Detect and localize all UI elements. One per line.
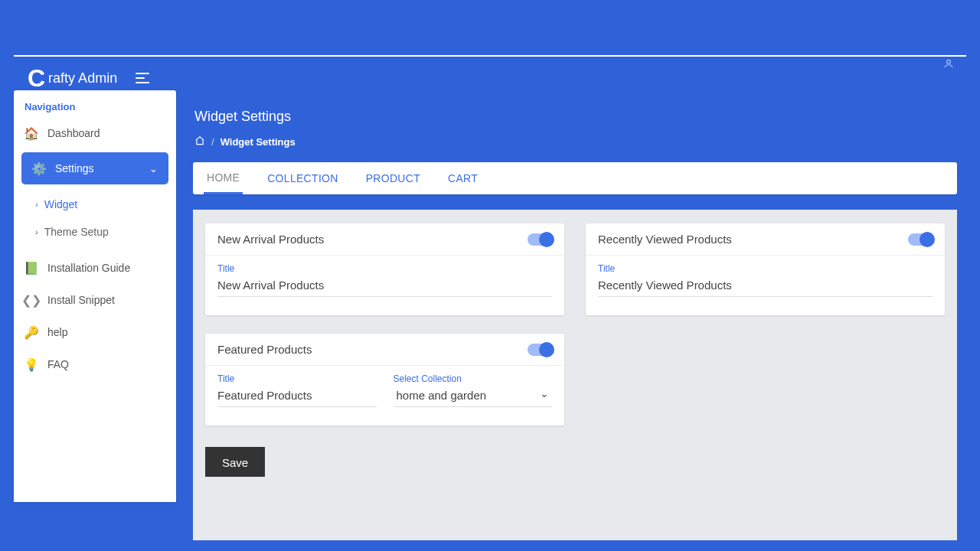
chevron-right-icon: › <box>35 227 38 236</box>
breadcrumb-separator: / <box>211 136 214 148</box>
card-title: New Arrival Products <box>217 233 324 246</box>
menu-toggle-icon[interactable] <box>136 70 152 86</box>
sidebar-item-label: help <box>47 326 67 338</box>
card-title: Featured Products <box>217 343 312 356</box>
field-label: Title <box>598 263 933 274</box>
chevron-down-icon: ⌄ <box>149 163 158 174</box>
spacer <box>586 334 945 425</box>
bulb-icon: 💡 <box>24 357 38 371</box>
svg-point-0 <box>947 60 951 64</box>
content-area: New Arrival Products Title Recently View… <box>193 210 957 540</box>
tab-collection[interactable]: COLLECTION <box>264 162 341 194</box>
sidebar-item-install-snippet[interactable]: ❮❯ Install Snippet <box>14 284 176 316</box>
home-icon: 🏠 <box>24 126 38 140</box>
sidebar-item-label: Installation Guide <box>47 262 130 274</box>
card-title: Recently Viewed Products <box>598 233 732 246</box>
home-icon[interactable] <box>194 135 205 148</box>
sidebar-item-label: Settings <box>55 162 94 174</box>
tab-cart[interactable]: CART <box>445 162 481 194</box>
gear-icon: ⚙️ <box>32 161 46 175</box>
sidebar-item-faq[interactable]: 💡 FAQ <box>14 348 176 380</box>
page-title: Widget Settings <box>194 109 957 125</box>
sidebar-item-label: FAQ <box>47 358 69 370</box>
card-new-arrival: New Arrival Products Title <box>205 223 564 315</box>
title-input-featured[interactable] <box>217 386 377 407</box>
main-content: Widget Settings / Widget Settings HOME C… <box>184 90 966 502</box>
sidebar-item-dashboard[interactable]: 🏠 Dashboard <box>14 117 176 149</box>
brand-mark: C <box>28 66 45 90</box>
sidebar-subitem-label: Widget <box>44 198 78 210</box>
chevron-right-icon: › <box>35 200 38 209</box>
collection-select[interactable]: home and garden <box>394 386 553 407</box>
field-label: Title <box>217 373 377 384</box>
tabs: HOME COLLECTION PRODUCT CART <box>193 162 957 194</box>
sidebar-submenu: › Widget › Theme Setup <box>14 187 176 252</box>
breadcrumb: / Widget Settings <box>194 135 957 148</box>
card-featured: Featured Products Title Select Collectio… <box>205 334 564 425</box>
breadcrumb-current: Widget Settings <box>220 136 296 148</box>
sidebar-item-help[interactable]: 🔑 help <box>14 316 176 348</box>
toggle-new-arrival[interactable] <box>528 233 552 246</box>
key-icon: 🔑 <box>24 325 38 339</box>
code-icon: ❮❯ <box>24 293 38 307</box>
field-label: Title <box>217 263 552 274</box>
sidebar-item-install-guide[interactable]: 📗 Installation Guide <box>14 252 176 284</box>
brand[interactable]: C rafty Admin <box>20 63 125 93</box>
title-input-new-arrival[interactable] <box>217 276 552 297</box>
toggle-featured[interactable] <box>528 344 552 356</box>
book-icon: 📗 <box>24 261 38 275</box>
card-recently-viewed: Recently Viewed Products Title <box>586 223 945 315</box>
nav-heading: Navigation <box>14 101 176 117</box>
sidebar-subitem-theme[interactable]: › Theme Setup <box>21 218 176 246</box>
sidebar: Navigation 🏠 Dashboard ⚙️ Settings ⌄ › W… <box>14 90 176 502</box>
field-label: Select Collection <box>394 373 553 384</box>
sidebar-subitem-widget[interactable]: › Widget <box>21 191 176 218</box>
title-input-recently-viewed[interactable] <box>598 276 933 297</box>
user-icon[interactable] <box>943 58 954 71</box>
sidebar-item-label: Install Snippet <box>47 294 115 306</box>
save-button[interactable]: Save <box>205 447 265 477</box>
brand-text: rafty Admin <box>48 70 117 86</box>
sidebar-item-settings[interactable]: ⚙️ Settings ⌄ <box>21 152 168 184</box>
sidebar-item-label: Dashboard <box>47 127 100 139</box>
tab-home[interactable]: HOME <box>204 162 243 194</box>
tab-product[interactable]: PRODUCT <box>363 162 423 194</box>
toggle-recently-viewed[interactable] <box>908 233 933 246</box>
sidebar-subitem-label: Theme Setup <box>44 226 109 238</box>
